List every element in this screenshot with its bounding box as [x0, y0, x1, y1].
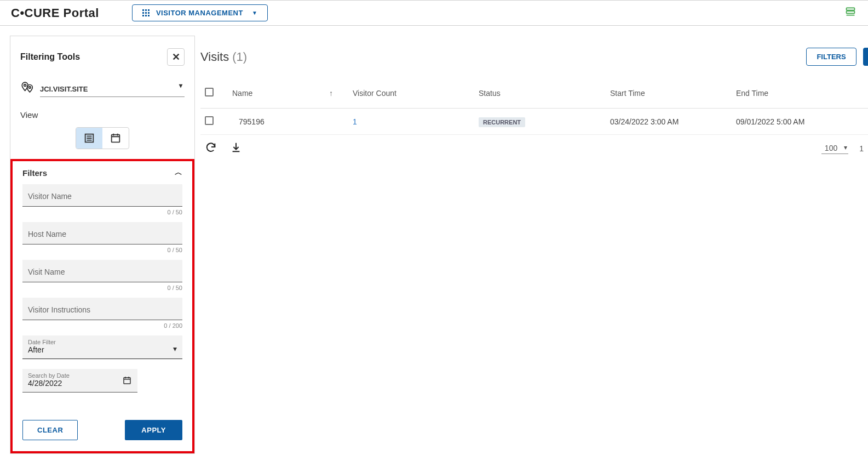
- location-pins-icon: [20, 81, 35, 97]
- module-label: VISITOR MANAGEMENT: [156, 9, 243, 17]
- apply-button[interactable]: APPLY: [125, 420, 182, 440]
- top-bar: C•CURE Portal VISITOR MANAGEMENT ▼: [0, 0, 868, 26]
- svg-point-4: [29, 87, 31, 88]
- select-all-checkbox[interactable]: [205, 88, 214, 96]
- table-row[interactable]: 795196 1 RECURRENT 03/24/2022 3:00 AM 09…: [200, 109, 868, 135]
- chevron-down-icon: ▼: [252, 10, 257, 16]
- chevron-up-icon: ︿: [175, 168, 182, 177]
- page-number: 1: [859, 144, 864, 153]
- row-checkbox[interactable]: [205, 116, 214, 125]
- col-name[interactable]: Name: [232, 89, 252, 98]
- view-calendar-button[interactable]: [102, 128, 129, 149]
- clear-button[interactable]: CLEAR: [22, 420, 78, 440]
- refresh-button[interactable]: [205, 141, 217, 155]
- close-panel-button[interactable]: ✕: [167, 48, 185, 66]
- visits-table: Name ↑ Visitor Count Status Start Time E…: [200, 82, 868, 135]
- panel-title: Filtering Tools: [20, 52, 80, 62]
- svg-rect-9: [112, 135, 120, 143]
- view-section-label: View: [20, 110, 185, 120]
- calendar-icon: [122, 376, 132, 387]
- cell-start-time: 03/24/2022 3:00 AM: [606, 109, 732, 135]
- col-end-time[interactable]: End Time: [732, 82, 868, 109]
- svg-rect-13: [124, 378, 130, 384]
- module-dropdown[interactable]: VISITOR MANAGEMENT ▼: [132, 4, 268, 21]
- content-area: Visits (1) FILTERS A Name ↑ Vis: [195, 26, 868, 162]
- date-filter-select[interactable]: Date Filter After: [22, 335, 182, 359]
- page-size-select[interactable]: 100: [821, 143, 848, 154]
- cell-name: 795196: [228, 109, 348, 135]
- host-name-input[interactable]: [22, 222, 182, 244]
- sort-asc-icon[interactable]: ↑: [329, 89, 333, 98]
- visits-count: (1): [232, 50, 247, 64]
- calendar-view-icon: [110, 132, 122, 144]
- svg-rect-1: [847, 11, 855, 13]
- search-by-date-input[interactable]: Search by Date 4/28/2022: [22, 369, 137, 393]
- visitor-instructions-counter: 0 / 200: [22, 322, 182, 329]
- visitor-instructions-input[interactable]: [22, 298, 182, 320]
- site-select[interactable]: JCI.VISIT.SITE: [40, 82, 185, 97]
- visit-name-counter: 0 / 50: [22, 285, 182, 291]
- list-view-icon: [83, 132, 95, 144]
- visitor-count-link[interactable]: 1: [353, 117, 357, 126]
- close-icon: ✕: [172, 51, 180, 63]
- filters-title: Filters: [22, 168, 47, 178]
- cell-end-time: 09/01/2022 5:00 AM: [732, 109, 868, 135]
- visitor-name-input[interactable]: [22, 184, 182, 207]
- visit-name-input[interactable]: [22, 260, 182, 282]
- brand-title: C•CURE Portal: [11, 6, 99, 20]
- visitor-name-counter: 0 / 50: [22, 209, 182, 215]
- status-badge: RECURRENT: [479, 117, 525, 127]
- svg-point-3: [24, 84, 26, 87]
- filters-section: Filters ︿ 0 / 50 0 / 50 0 / 50 0 / 200: [10, 159, 194, 453]
- open-filters-button[interactable]: FILTERS: [806, 48, 856, 66]
- svg-rect-0: [847, 8, 855, 10]
- host-name-counter: 0 / 50: [22, 247, 182, 253]
- col-visitor-count[interactable]: Visitor Count: [348, 82, 474, 109]
- col-start-time[interactable]: Start Time: [606, 82, 732, 109]
- server-status-icon[interactable]: [845, 6, 856, 20]
- refresh-icon: [205, 141, 217, 153]
- download-icon: [230, 141, 242, 153]
- collapse-filters-button[interactable]: ︿: [175, 168, 182, 178]
- filter-panel: Filtering Tools ✕ JCI.VISIT.SITE View: [10, 36, 195, 454]
- download-button[interactable]: [230, 141, 242, 155]
- truncated-action-button[interactable]: A: [863, 48, 868, 66]
- page-title: Visits (1): [200, 50, 247, 64]
- col-status[interactable]: Status: [474, 82, 606, 109]
- grid-icon: [142, 9, 150, 16]
- view-list-button[interactable]: [76, 128, 102, 149]
